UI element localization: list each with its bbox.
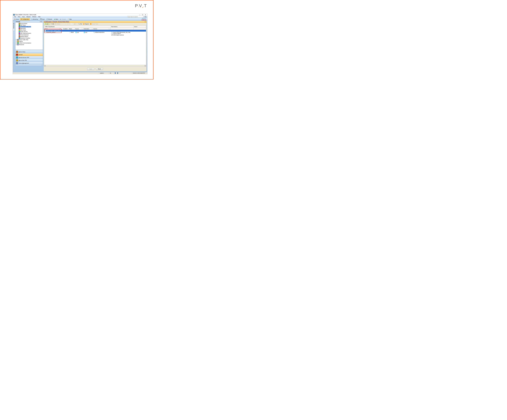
col-rule-actions[interactable]: Rule Actions (111, 26, 134, 28)
col-match[interactable]: Match (69, 28, 75, 30)
cell-destination: 🌐 any (83, 32, 93, 36)
tree-item-label: Access Rules (20, 23, 27, 24)
menu-window[interactable]: Window (31, 16, 37, 17)
menu-file[interactable]: File (13, 16, 17, 17)
rules-toolbar: ✚Add▼ ✎Edit 🗑Delete ↑ ↓ ✂ 📄 📋▾ 🔍Find 🔀Di… (44, 23, 147, 25)
tree-item-advanced[interactable]: +Advanced (15, 44, 43, 45)
paste-button[interactable]: 📋▾ (73, 23, 77, 25)
magnify-icon: 🔍 (111, 33, 113, 34)
scroll-right-icon[interactable]: ▸ (144, 65, 146, 66)
tree-item-icon (19, 31, 20, 32)
expander-icon[interactable]: + (16, 42, 17, 44)
tree-item-threat-detection[interactable]: Threat Detection (15, 34, 43, 36)
col-enabled[interactable]: Enabled (63, 28, 69, 30)
nav-device-management[interactable]: Device Management (15, 62, 43, 65)
help-button[interactable]: ?Help (67, 18, 72, 20)
help-search-go[interactable]: Go (144, 16, 147, 18)
app-icon (13, 14, 15, 15)
tree-item-objects[interactable]: +Objects (15, 41, 43, 42)
home-button[interactable]: 🏠Home (13, 18, 20, 20)
col-destination-expand[interactable]: ... (91, 28, 93, 30)
policy-group-row[interactable]: − Global; Policy: global_policy (44, 30, 146, 32)
find-button[interactable]: 🔍Find (77, 23, 82, 25)
col-destination[interactable]: Destination (83, 28, 91, 30)
status-icon-1[interactable] (114, 72, 116, 74)
expander-icon[interactable]: + (16, 41, 17, 42)
cell-name: inspection_default (44, 32, 59, 36)
refresh-button[interactable]: 🔄Refresh (46, 18, 53, 20)
tree-item-public-servers[interactable]: Public Servers (15, 31, 43, 32)
col-source[interactable]: Source (75, 28, 81, 30)
nav-expand-button[interactable]: » (15, 65, 43, 66)
menu-view[interactable]: View (17, 16, 21, 17)
dropdown-icon: ▼ (49, 23, 49, 24)
status-icon-2[interactable] (116, 72, 119, 74)
nav-remote-access-vpn[interactable]: Remote Access VPN (15, 56, 43, 59)
monitoring-button[interactable]: 🔍Monitoring (30, 18, 39, 20)
move-down-button[interactable]: ↓ (64, 23, 67, 25)
maximize-button[interactable]: ☐ (141, 14, 144, 16)
tree-item-unified-communications[interactable]: +Unified Communications (15, 42, 43, 44)
tree-item-identity-by-trustsec[interactable]: Identity by TrustSec (15, 37, 43, 39)
minimize-button[interactable]: — (138, 14, 141, 16)
device-list-tab[interactable]: Device List (13, 21, 15, 31)
panel-resize-grip[interactable]: ∙∙∙∙∙∙∙ (15, 50, 43, 50)
forward-button[interactable]: ▶Forward (59, 18, 66, 20)
copy-button[interactable]: 📄 (71, 23, 73, 25)
globe-icon: 🌐 (84, 32, 85, 33)
tree-item-filter-rules[interactable]: Filter Rules (15, 29, 43, 31)
close-button[interactable]: ✕ (144, 14, 147, 16)
col-number[interactable]: # (59, 28, 63, 30)
tree-item-nat-rules[interactable]: NAT Rules (15, 24, 43, 26)
diagram-button[interactable]: 🔀Diagram (83, 23, 90, 25)
rule-row[interactable]: inspection_default 📄 Match 🌐 any 🌐 any 🔍… (44, 32, 146, 36)
nav-site-to-site-vpn[interactable]: Site-to-Site VPN (15, 59, 43, 62)
nav-firewall[interactable]: Firewall (15, 53, 43, 56)
col-service-expand[interactable]: ... (109, 28, 111, 30)
help-search-input[interactable] (127, 16, 144, 18)
col-source-expand[interactable]: ... (81, 28, 83, 30)
tree-item-botnet-traffic-filter[interactable]: +Botnet Traffic Filter (15, 39, 43, 41)
col-description[interactable]: Descri (134, 26, 146, 28)
expander-icon[interactable]: + (16, 44, 17, 45)
menu-help[interactable]: Help (37, 16, 41, 17)
forward-icon: ▶ (60, 18, 61, 20)
tree-item-identity-options[interactable]: Identity Options (15, 36, 43, 37)
save-button[interactable]: 💾Save (39, 18, 45, 20)
h-scrollbar[interactable]: ◂ ▸ (44, 65, 146, 66)
col-name[interactable]: Name (44, 28, 59, 30)
breadcrumb[interactable]: Configuration > Firewall > Service Polic… (44, 21, 69, 22)
add-button[interactable]: ✚Add▼ (44, 23, 50, 25)
tree-item-aaa-rules[interactable]: AAA Rules (15, 28, 43, 29)
packet-trace-button[interactable]: 📶Packet Trace (89, 23, 99, 25)
panel-maximize-icon[interactable] (145, 21, 146, 22)
reset-button[interactable]: Reset (96, 68, 103, 70)
expander-icon[interactable]: + (16, 39, 17, 40)
firewall-panel-header: Firewall ▱ ▯ (15, 21, 43, 22)
back-icon: ◀ (54, 18, 55, 20)
nav-sections: Device SetupFirewallRemote Access VPNSit… (15, 50, 43, 65)
nav-device-setup[interactable]: Device Setup (15, 50, 43, 53)
collapse-icon[interactable]: − (45, 30, 46, 31)
tree-item-url-filtering-servers[interactable]: URL Filtering Servers (15, 32, 43, 34)
scroll-left-icon[interactable]: ◂ (44, 65, 46, 66)
delete-button[interactable]: 🗑Delete (55, 23, 61, 25)
move-up-button[interactable]: ↑ (62, 23, 64, 25)
match-icon: 📄 (69, 32, 70, 33)
panel-undock-icon[interactable]: ▱ (40, 21, 41, 22)
edit-button[interactable]: ✎Edit (50, 23, 55, 25)
col-service[interactable]: Service (93, 28, 109, 30)
configuration-button[interactable]: ⚙Configuration (20, 18, 30, 20)
apply-button[interactable]: Apply (87, 68, 94, 70)
tree-item-service-policy-rules[interactable]: Service Policy Rules (15, 26, 43, 28)
col-group-traffic[interactable]: Traffic Classification (44, 26, 111, 28)
window-title: Cisco ASDM 7.3 for ASA - Demo mode (15, 14, 138, 15)
tree-item-label: URL Filtering Servers (20, 33, 31, 34)
menu-wizards[interactable]: Wizards (26, 16, 31, 17)
panel-pin-icon[interactable]: ▯ (41, 21, 42, 22)
cut-button[interactable]: ✂ (68, 23, 71, 25)
menu-tools[interactable]: Tools (21, 16, 26, 17)
back-button[interactable]: ◀Back (53, 18, 59, 20)
cell-actions: 🔍 Inspect DNS Map preset_dns_map 🔍 Inspe… (111, 32, 134, 36)
tree-item-access-rules[interactable]: Access Rules (15, 23, 43, 24)
